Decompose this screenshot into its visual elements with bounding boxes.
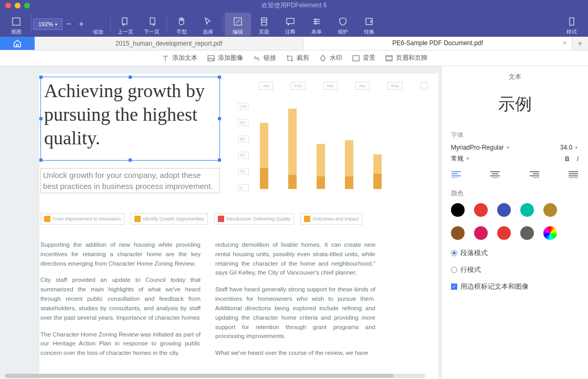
swatch-gray[interactable] bbox=[520, 226, 534, 240]
hand-label: 手型 bbox=[176, 28, 187, 36]
work-area: Achieving growth by pursuing the highest… bbox=[0, 66, 588, 379]
zoom-select[interactable]: 192%▾ bbox=[33, 18, 62, 30]
line-mode-radio[interactable]: 行模式 bbox=[451, 265, 579, 275]
nav-4[interactable]: Outcomes and Impact bbox=[300, 213, 362, 225]
nav-2[interactable]: Identify Growth Opportunities bbox=[131, 213, 208, 225]
p-r2: Staff have heard generally strong suppor… bbox=[215, 285, 375, 341]
headline-text[interactable]: Achieving growth by pursuing the highest… bbox=[41, 77, 219, 152]
radio-off-icon bbox=[451, 267, 457, 273]
p-l1: Supporting the addition of new housing w… bbox=[40, 240, 201, 268]
svg-rect-1 bbox=[122, 18, 127, 24]
home-button[interactable] bbox=[0, 37, 35, 50]
legend-may: May bbox=[387, 82, 403, 90]
legend-jan: Jan bbox=[259, 82, 273, 90]
svg-rect-8 bbox=[208, 56, 214, 61]
chart-y-labels: 10090 8040 200 bbox=[238, 103, 249, 191]
sample-preview: 示例 bbox=[451, 93, 579, 116]
header-footer-button[interactable]: 页眉和页脚 bbox=[385, 54, 427, 62]
swatch-red[interactable] bbox=[474, 203, 488, 217]
protect-button[interactable]: 保护 bbox=[330, 13, 356, 36]
protect-label: 保护 bbox=[338, 28, 348, 36]
subhead-box[interactable]: Unlock growth for your company, adopt th… bbox=[40, 168, 220, 193]
document-tabs: 2015_human_development_report.pdf PE6-Sa… bbox=[0, 37, 588, 50]
add-image-button[interactable]: 添加图像 bbox=[207, 54, 243, 62]
swatch-brown[interactable] bbox=[451, 226, 465, 240]
italic-button[interactable]: I bbox=[577, 155, 579, 163]
p-l3: The Character Home Zoning Review was ini… bbox=[40, 330, 201, 358]
link-button[interactable]: 链接 bbox=[253, 54, 276, 62]
form-button[interactable]: 表单 bbox=[303, 13, 330, 36]
crop-button[interactable]: 裁剪 bbox=[286, 54, 309, 62]
doc-nav-row: From Improvement to Innovation Identify … bbox=[40, 213, 362, 225]
h-scrollbar[interactable] bbox=[5, 374, 425, 378]
svg-rect-4 bbox=[261, 18, 267, 25]
select-tool-button[interactable]: 选择 bbox=[195, 13, 221, 36]
tab-1[interactable]: 2015_human_development_report.pdf bbox=[35, 37, 303, 50]
prev-page-button[interactable]: 上一页 bbox=[112, 13, 139, 36]
svg-rect-0 bbox=[13, 18, 20, 25]
page-label: 页面 bbox=[259, 28, 269, 36]
next-label: 下一页 bbox=[144, 28, 160, 36]
nav-3[interactable]: Introduction. Delivering Quality bbox=[214, 213, 295, 225]
col-left[interactable]: Supporting the addition of new housing w… bbox=[40, 240, 201, 365]
nav-1[interactable]: From Improvement to Innovation bbox=[40, 213, 124, 225]
bold-button[interactable]: B bbox=[565, 155, 570, 163]
swatch-blue[interactable] bbox=[497, 203, 511, 217]
font-family-select[interactable]: MyriadPro-Regular▼ bbox=[451, 144, 510, 151]
panel-title: 文本 bbox=[451, 72, 579, 81]
main-toolbar: 视图 192%▾ − + 缩放 上一页 下一页 手型 选择 编辑 页面 注释 表… bbox=[0, 11, 588, 37]
zoom-label: 缩放 bbox=[93, 28, 103, 36]
background-button[interactable]: 背景 bbox=[352, 54, 375, 62]
swatch-picker[interactable] bbox=[543, 226, 557, 240]
legend-empty bbox=[421, 82, 428, 90]
page-button[interactable]: 页面 bbox=[251, 13, 277, 36]
align-right-button[interactable] bbox=[529, 171, 540, 180]
hand-tool-button[interactable]: 手型 bbox=[169, 13, 195, 36]
convert-label: 转换 bbox=[364, 28, 374, 36]
annotate-button[interactable]: 注释 bbox=[277, 13, 303, 36]
legend-apr: Apr bbox=[355, 82, 369, 90]
swatch-teal[interactable] bbox=[520, 203, 534, 217]
align-left-button[interactable] bbox=[451, 171, 461, 180]
swatch-red-2[interactable] bbox=[497, 226, 511, 240]
edit-button[interactable]: 编辑 bbox=[225, 13, 251, 36]
watermark-button[interactable]: 水印 bbox=[319, 54, 342, 62]
font-style-select[interactable]: 常规▼ bbox=[451, 154, 470, 163]
selected-text-box[interactable]: Achieving growth by pursuing the highest… bbox=[40, 77, 220, 161]
canvas-viewport[interactable]: Achieving growth by pursuing the highest… bbox=[0, 66, 441, 379]
svg-rect-2 bbox=[150, 18, 155, 24]
chart-legend: Jan Feb Mar Apr May bbox=[259, 82, 428, 90]
tab-2[interactable]: PE6-Sample PDF Document.pdf × bbox=[303, 37, 572, 50]
add-tab-button[interactable]: + bbox=[572, 37, 588, 50]
view-button[interactable]: 视图 bbox=[3, 13, 29, 36]
color-section-label: 颜色 bbox=[451, 189, 579, 198]
zoom-out-button[interactable]: − bbox=[62, 18, 75, 30]
radio-on-icon bbox=[451, 250, 457, 256]
next-page-button[interactable]: 下一页 bbox=[139, 13, 165, 36]
h-scrollbar-thumb[interactable] bbox=[5, 374, 394, 378]
bar-may bbox=[373, 154, 382, 189]
color-swatches bbox=[451, 203, 579, 240]
style-button[interactable]: 样式 bbox=[559, 13, 585, 36]
align-justify-button[interactable] bbox=[568, 171, 579, 180]
close-tab-icon[interactable]: × bbox=[563, 39, 566, 47]
view-label: 视图 bbox=[11, 28, 22, 36]
mark-borders-checkbox[interactable]: ✓ 用边框标记文本和图像 bbox=[451, 282, 579, 291]
paragraph-mode-radio[interactable]: 段落模式 bbox=[451, 248, 579, 258]
p-r1: reducing demolition of livable homes. It… bbox=[215, 240, 375, 278]
font-size-select[interactable]: 34.0▼ bbox=[560, 144, 579, 151]
zoom-in-button[interactable]: + bbox=[75, 18, 88, 30]
add-text-button[interactable]: 添加文本 bbox=[161, 54, 197, 62]
table-label: 表单 bbox=[311, 28, 322, 36]
swatch-magenta[interactable] bbox=[474, 226, 488, 240]
col-right[interactable]: reducing demolition of livable homes. It… bbox=[215, 240, 375, 365]
zoom-label-item: 缩放 bbox=[88, 13, 109, 36]
zoom-group: 192%▾ − + bbox=[33, 13, 88, 36]
pdf-page: Achieving growth by pursuing the highest… bbox=[39, 73, 438, 379]
edit-label: 编辑 bbox=[233, 28, 243, 36]
convert-button[interactable]: 转换 bbox=[356, 13, 382, 36]
edit-sub-toolbar: 添加文本 添加图像 链接 裁剪 水印 背景 页眉和页脚 bbox=[0, 50, 588, 66]
swatch-ochre[interactable] bbox=[543, 203, 557, 217]
swatch-black[interactable] bbox=[451, 203, 465, 217]
align-center-button[interactable] bbox=[490, 171, 500, 180]
